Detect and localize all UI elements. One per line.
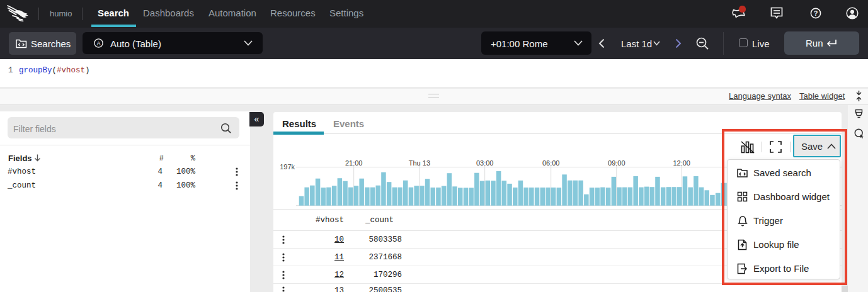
svg-text:21:00: 21:00 (345, 159, 363, 167)
svg-text:A: A (96, 40, 100, 47)
svg-text:?: ? (814, 9, 818, 17)
svg-text:06:00: 06:00 (542, 159, 560, 167)
svg-text:12:00: 12:00 (673, 159, 690, 167)
svg-text:03:00: 03:00 (476, 159, 494, 167)
svg-text:Thu 13: Thu 13 (409, 159, 430, 167)
svg-text:09:00: 09:00 (608, 159, 625, 167)
